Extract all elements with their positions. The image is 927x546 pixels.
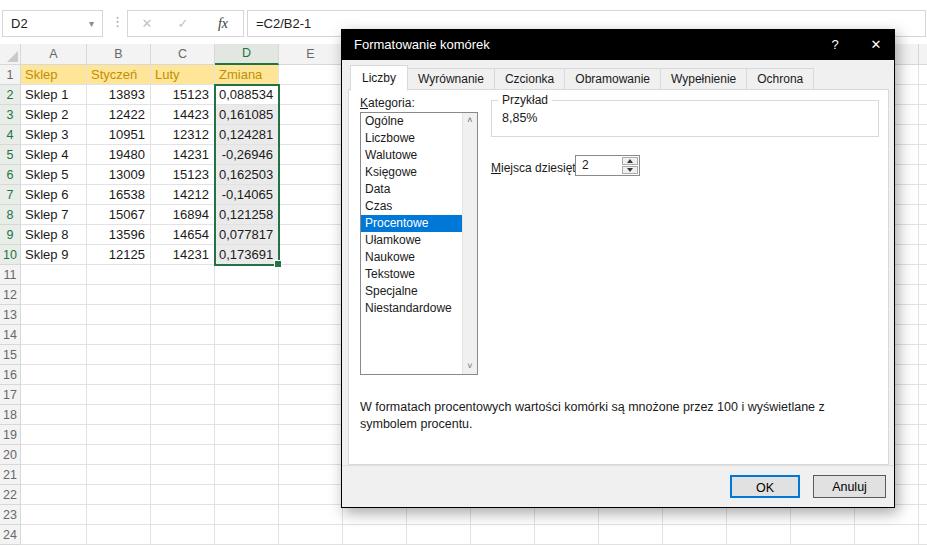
cell-B10[interactable]: 12125 bbox=[87, 245, 151, 265]
cell-E5[interactable] bbox=[279, 145, 343, 165]
cell-B21[interactable] bbox=[87, 465, 151, 485]
cell-E18[interactable] bbox=[279, 405, 343, 425]
row-header-16[interactable]: 16 bbox=[0, 365, 21, 385]
row-header-24[interactable]: 24 bbox=[0, 525, 21, 545]
row-header-22[interactable]: 22 bbox=[0, 485, 21, 505]
name-box-caret-icon[interactable]: ▾ bbox=[89, 11, 94, 36]
cell-E2[interactable] bbox=[279, 85, 343, 105]
cell-N24[interactable] bbox=[855, 525, 919, 545]
cell-O5[interactable] bbox=[919, 145, 927, 165]
col-header-A[interactable]: A bbox=[21, 44, 87, 65]
row-header-19[interactable]: 19 bbox=[0, 425, 21, 445]
cell-C6[interactable]: 15123 bbox=[151, 165, 215, 185]
cell-O17[interactable] bbox=[919, 385, 927, 405]
category-scrollbar[interactable]: ˄ ˅ bbox=[462, 113, 477, 374]
cell-D23[interactable] bbox=[215, 505, 279, 525]
cell-G24[interactable] bbox=[407, 525, 471, 545]
cell-A3[interactable]: Sklep 2 bbox=[21, 105, 87, 125]
scroll-down-icon[interactable]: ˅ bbox=[463, 359, 477, 374]
row-header-7[interactable]: 7 bbox=[0, 185, 21, 205]
cell-N23[interactable] bbox=[855, 505, 919, 525]
cell-A8[interactable]: Sklep 7 bbox=[21, 205, 87, 225]
cell-B15[interactable] bbox=[87, 345, 151, 365]
cell-B1[interactable]: Styczeń bbox=[87, 65, 151, 85]
cell-A18[interactable] bbox=[21, 405, 87, 425]
cell-D8[interactable]: 0,121258 bbox=[215, 205, 279, 225]
cell-M24[interactable] bbox=[791, 525, 855, 545]
cell-A24[interactable] bbox=[21, 525, 87, 545]
row-header-8[interactable]: 8 bbox=[0, 205, 21, 225]
cell-D19[interactable] bbox=[215, 425, 279, 445]
cell-E15[interactable] bbox=[279, 345, 343, 365]
cell-O13[interactable] bbox=[919, 305, 927, 325]
cell-D4[interactable]: 0,124281 bbox=[215, 125, 279, 145]
cell-A19[interactable] bbox=[21, 425, 87, 445]
cell-D5[interactable]: -0,26946 bbox=[215, 145, 279, 165]
cell-O10[interactable] bbox=[919, 245, 927, 265]
select-all-corner[interactable] bbox=[0, 44, 21, 65]
cell-E4[interactable] bbox=[279, 125, 343, 145]
cell-K24[interactable] bbox=[663, 525, 727, 545]
row-header-21[interactable]: 21 bbox=[0, 465, 21, 485]
category-item-procentowe[interactable]: Procentowe bbox=[361, 215, 477, 232]
cell-C21[interactable] bbox=[151, 465, 215, 485]
cell-F23[interactable] bbox=[343, 505, 407, 525]
row-header-6[interactable]: 6 bbox=[0, 165, 21, 185]
cell-C10[interactable]: 14231 bbox=[151, 245, 215, 265]
tab-czcionka[interactable]: Czcionka bbox=[495, 68, 565, 90]
row-header-17[interactable]: 17 bbox=[0, 385, 21, 405]
cell-C22[interactable] bbox=[151, 485, 215, 505]
cell-A7[interactable]: Sklep 6 bbox=[21, 185, 87, 205]
row-header-9[interactable]: 9 bbox=[0, 225, 21, 245]
cell-D13[interactable] bbox=[215, 305, 279, 325]
row-header-20[interactable]: 20 bbox=[0, 445, 21, 465]
tab-wypełnienie[interactable]: Wypełnienie bbox=[661, 68, 747, 90]
cell-D3[interactable]: 0,161085 bbox=[215, 105, 279, 125]
row-header-23[interactable]: 23 bbox=[0, 505, 21, 525]
cell-C4[interactable]: 12312 bbox=[151, 125, 215, 145]
spin-up-button[interactable] bbox=[622, 157, 638, 165]
ok-button[interactable]: OK bbox=[730, 475, 800, 498]
cell-B11[interactable] bbox=[87, 265, 151, 285]
cell-O20[interactable] bbox=[919, 445, 927, 465]
tab-wyrównanie[interactable]: Wyrównanie bbox=[408, 68, 495, 90]
cell-C14[interactable] bbox=[151, 325, 215, 345]
cell-D11[interactable] bbox=[215, 265, 279, 285]
decimal-places-spinner[interactable]: 2 bbox=[575, 155, 640, 176]
cell-B4[interactable]: 10951 bbox=[87, 125, 151, 145]
cell-E24[interactable] bbox=[279, 525, 343, 545]
cell-O8[interactable] bbox=[919, 205, 927, 225]
cell-E19[interactable] bbox=[279, 425, 343, 445]
cell-O22[interactable] bbox=[919, 485, 927, 505]
cell-B13[interactable] bbox=[87, 305, 151, 325]
cell-E12[interactable] bbox=[279, 285, 343, 305]
category-item-data[interactable]: Data bbox=[361, 181, 477, 198]
cell-E17[interactable] bbox=[279, 385, 343, 405]
cell-D16[interactable] bbox=[215, 365, 279, 385]
cell-B9[interactable]: 13596 bbox=[87, 225, 151, 245]
tab-liczby[interactable]: Liczby bbox=[350, 65, 408, 91]
cell-C11[interactable] bbox=[151, 265, 215, 285]
cell-B22[interactable] bbox=[87, 485, 151, 505]
cell-C23[interactable] bbox=[151, 505, 215, 525]
cell-O24[interactable] bbox=[919, 525, 927, 545]
category-item-naukowe[interactable]: Naukowe bbox=[361, 249, 477, 266]
name-box[interactable]: D2 ▾ bbox=[2, 10, 103, 37]
col-header-B[interactable]: B bbox=[87, 44, 151, 65]
scroll-up-icon[interactable]: ˄ bbox=[463, 113, 477, 128]
cell-A2[interactable]: Sklep 1 bbox=[21, 85, 87, 105]
tab-ochrona[interactable]: Ochrona bbox=[747, 68, 814, 90]
cell-O18[interactable] bbox=[919, 405, 927, 425]
cell-D15[interactable] bbox=[215, 345, 279, 365]
cell-E7[interactable] bbox=[279, 185, 343, 205]
cell-O2[interactable] bbox=[919, 85, 927, 105]
row-header-1[interactable]: 1 bbox=[0, 65, 21, 85]
cell-O3[interactable] bbox=[919, 105, 927, 125]
cell-A6[interactable]: Sklep 5 bbox=[21, 165, 87, 185]
cell-D10[interactable]: 0,173691 bbox=[215, 245, 279, 265]
cell-A15[interactable] bbox=[21, 345, 87, 365]
cell-A17[interactable] bbox=[21, 385, 87, 405]
cell-D14[interactable] bbox=[215, 325, 279, 345]
cell-B18[interactable] bbox=[87, 405, 151, 425]
cell-C2[interactable]: 15123 bbox=[151, 85, 215, 105]
